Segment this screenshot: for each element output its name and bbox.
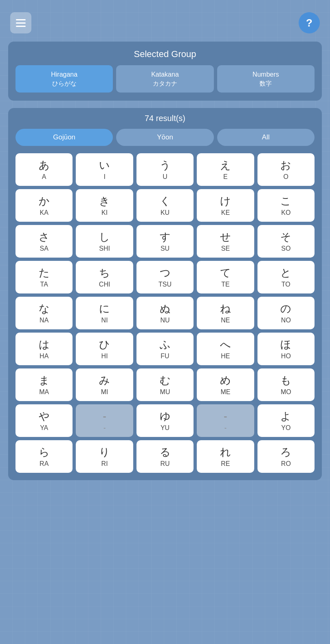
kana-romaji: SA — [40, 245, 48, 252]
kana-card-7-4[interactable]: よYO — [257, 404, 315, 437]
kana-romaji: TO — [282, 281, 290, 288]
kana-card-6-0[interactable]: まMA — [15, 368, 73, 401]
filter-all[interactable]: All — [217, 129, 315, 146]
kana-romaji: YO — [281, 424, 290, 432]
kana-romaji: - — [224, 424, 227, 432]
kana-card-8-2[interactable]: るRU — [136, 440, 194, 473]
kana-card-3-0[interactable]: たTA — [15, 261, 73, 293]
kana-card-8-1[interactable]: りRI — [76, 440, 133, 473]
kana-card-8-3[interactable]: れRE — [197, 440, 254, 473]
kana-card-5-4[interactable]: ほHO — [257, 333, 315, 365]
kana-char: ち — [99, 267, 110, 279]
kana-card-0-1[interactable]: いI — [76, 153, 133, 186]
filter-gojuon[interactable]: Gojūon — [15, 129, 113, 146]
kana-romaji: NU — [160, 317, 169, 324]
kana-card-2-2[interactable]: すSU — [136, 225, 194, 258]
kana-char: さ — [39, 231, 50, 243]
kana-card-4-4[interactable]: のNO — [257, 297, 315, 329]
kana-card-4-1[interactable]: にNI — [76, 297, 133, 329]
kana-card-0-4[interactable]: おO — [257, 153, 315, 186]
kana-char: ゆ — [160, 410, 171, 423]
kana-char: な — [39, 302, 50, 315]
kana-card-3-4[interactable]: とTO — [257, 261, 315, 293]
kana-card-2-4[interactable]: そSO — [257, 225, 315, 258]
kana-char: け — [220, 195, 231, 207]
filter-yoon[interactable]: Yōon — [116, 129, 213, 146]
kana-char: に — [99, 302, 110, 315]
kana-char: お — [280, 159, 291, 172]
kana-card-1-2[interactable]: くKU — [136, 189, 194, 222]
kana-romaji: RE — [221, 460, 230, 468]
kana-romaji: SHI — [99, 245, 110, 252]
kana-card-7-2[interactable]: ゆYU — [136, 404, 194, 437]
tab-katakana[interactable]: Katakana カタカナ — [116, 65, 213, 93]
kana-char: る — [160, 446, 171, 459]
kana-card-3-1[interactable]: ちCHI — [76, 261, 133, 293]
kana-card-0-0[interactable]: あA — [15, 153, 73, 186]
kana-row-6: まMAみMIむMUめMEもMO — [15, 368, 315, 401]
kana-char: ぬ — [160, 302, 171, 315]
tab-hiragana[interactable]: Hiragana ひらがな — [15, 65, 113, 93]
tab-katakana-kana: カタカナ — [119, 79, 210, 88]
filter-tabs: Gojūon Yōon All — [15, 129, 315, 146]
kana-card-6-3[interactable]: めME — [197, 368, 254, 401]
kana-card-1-0[interactable]: かKA — [15, 189, 73, 222]
kana-char: あ — [39, 159, 50, 172]
kana-card-0-2[interactable]: うU — [136, 153, 194, 186]
kana-card-1-4[interactable]: こKO — [257, 189, 315, 222]
kana-romaji: KI — [101, 209, 108, 216]
kana-card-5-1[interactable]: ひHI — [76, 333, 133, 365]
selected-group-title: Selected Group — [15, 49, 315, 60]
kana-card-5-2[interactable]: ふFU — [136, 333, 194, 365]
tab-numbers[interactable]: Numbers 数字 — [217, 65, 315, 93]
kana-romaji: SO — [281, 245, 290, 252]
kana-card-3-2[interactable]: つTSU — [136, 261, 194, 293]
kana-romaji: - — [103, 424, 106, 432]
kana-char: む — [160, 374, 171, 387]
kana-romaji: MI — [101, 388, 108, 396]
kana-romaji: SU — [161, 245, 169, 252]
kana-card-5-0[interactable]: はHA — [15, 333, 73, 365]
kana-char: し — [99, 231, 110, 243]
kana-card-0-3[interactable]: えE — [197, 153, 254, 186]
kana-card-4-0[interactable]: なNA — [15, 297, 73, 329]
help-button[interactable]: ? — [299, 12, 320, 33]
kana-char: は — [39, 338, 50, 351]
kana-char: の — [280, 302, 291, 315]
kana-romaji: O — [284, 173, 288, 181]
kana-card-8-0[interactable]: らRA — [15, 440, 73, 473]
kana-romaji: RO — [281, 460, 291, 468]
menu-button[interactable] — [10, 12, 31, 33]
kana-card-2-0[interactable]: さSA — [15, 225, 73, 258]
header: ? — [8, 8, 322, 42]
kana-char: り — [99, 446, 110, 459]
kana-romaji: HA — [40, 353, 48, 360]
kana-char: み — [99, 374, 110, 387]
kana-card-8-4[interactable]: ろRO — [257, 440, 315, 473]
kana-card-2-1[interactable]: しSHI — [76, 225, 133, 258]
kana-card-1-1[interactable]: きKI — [76, 189, 133, 222]
tab-hiragana-label: Hiragana — [51, 71, 77, 78]
kana-card-7-0[interactable]: やYA — [15, 404, 73, 437]
kana-char: こ — [280, 195, 291, 207]
kana-char: め — [220, 374, 231, 387]
kana-char: き — [99, 195, 110, 207]
kana-char: た — [39, 267, 50, 279]
kana-row-7: やYA--ゆYU--よYO — [15, 404, 315, 437]
kana-card-5-3[interactable]: へHE — [197, 333, 254, 365]
kana-card-6-4[interactable]: もMO — [257, 368, 315, 401]
kana-card-3-3[interactable]: てTE — [197, 261, 254, 293]
kana-romaji: TE — [221, 281, 229, 288]
kana-romaji: NA — [40, 317, 48, 324]
kana-card-6-1[interactable]: みMI — [76, 368, 133, 401]
kana-card-4-3[interactable]: ねNE — [197, 297, 254, 329]
kana-char: ふ — [160, 338, 171, 351]
kana-card-4-2[interactable]: ぬNU — [136, 297, 194, 329]
kana-card-6-2[interactable]: むMU — [136, 368, 194, 401]
tab-numbers-kana: 数字 — [220, 79, 311, 88]
kana-card-1-3[interactable]: けKE — [197, 189, 254, 222]
kana-romaji: KE — [221, 209, 230, 216]
kana-card-2-3[interactable]: せSE — [197, 225, 254, 258]
kana-romaji: YU — [161, 424, 169, 432]
kana-char: ひ — [99, 338, 110, 351]
